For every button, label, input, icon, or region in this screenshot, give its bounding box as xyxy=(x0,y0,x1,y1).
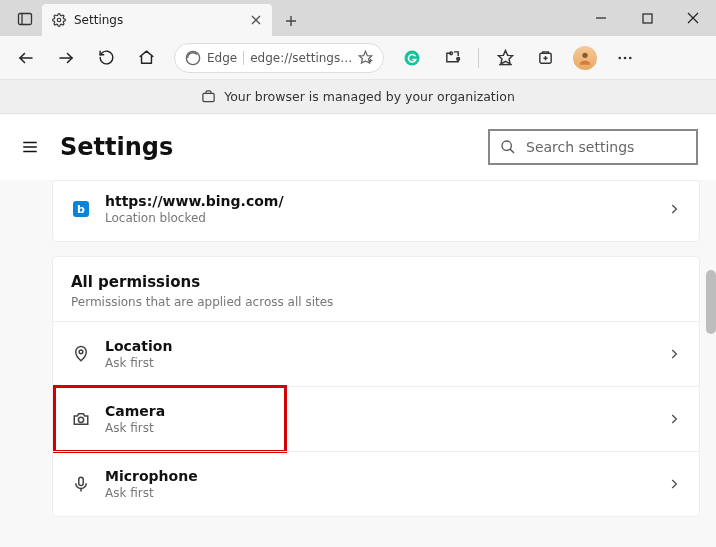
address-separator xyxy=(243,51,244,65)
permission-subtitle: Ask first xyxy=(105,356,172,370)
svg-point-11 xyxy=(405,50,420,65)
edge-logo-icon xyxy=(185,50,201,66)
close-window-button[interactable] xyxy=(670,0,716,36)
svg-line-28 xyxy=(510,149,514,153)
toolbar-separator xyxy=(478,48,479,68)
permission-subtitle: Ask first xyxy=(105,486,198,500)
tab-title: Settings xyxy=(74,13,240,27)
browser-tab[interactable]: Settings xyxy=(42,4,272,36)
managed-text: Your browser is managed by your organiza… xyxy=(224,89,515,104)
permission-subtitle: Ask first xyxy=(105,421,165,435)
svg-point-29 xyxy=(79,350,83,354)
svg-marker-14 xyxy=(498,50,512,63)
menu-button[interactable] xyxy=(18,135,42,159)
permission-title: Location xyxy=(105,338,172,354)
chevron-right-icon xyxy=(667,477,681,491)
page-title: Settings xyxy=(60,133,173,161)
more-button[interactable] xyxy=(607,40,643,76)
new-tab-button[interactable] xyxy=(276,6,306,36)
search-placeholder: Search settings xyxy=(526,139,634,155)
microphone-icon xyxy=(71,474,91,494)
location-icon xyxy=(71,344,91,364)
refresh-button[interactable] xyxy=(88,40,124,76)
chevron-right-icon xyxy=(667,412,681,426)
briefcase-icon xyxy=(201,89,216,104)
svg-point-20 xyxy=(619,56,622,59)
all-permissions-subtitle: Permissions that are applied across all … xyxy=(71,295,681,309)
home-button[interactable] xyxy=(128,40,164,76)
collections-button[interactable] xyxy=(527,40,563,76)
gear-icon xyxy=(52,13,66,27)
forward-button[interactable] xyxy=(48,40,84,76)
svg-point-22 xyxy=(629,56,632,59)
address-url: edge://settings… xyxy=(250,51,352,65)
search-icon xyxy=(500,139,516,155)
extensions-button[interactable] xyxy=(434,40,470,76)
favorites-button[interactable] xyxy=(487,40,523,76)
bing-icon: b xyxy=(71,199,91,219)
svg-point-2 xyxy=(57,18,61,22)
profile-button[interactable] xyxy=(567,40,603,76)
maximize-button[interactable] xyxy=(624,0,670,36)
svg-rect-31 xyxy=(79,477,84,485)
address-engine-label: Edge xyxy=(207,51,237,65)
permission-row-microphone[interactable]: Microphone Ask first xyxy=(53,451,699,516)
chevron-right-icon xyxy=(667,347,681,361)
address-bar[interactable]: Edge edge://settings… xyxy=(174,43,384,73)
svg-point-21 xyxy=(624,56,627,59)
favorite-star-icon[interactable] xyxy=(358,50,373,65)
search-settings-input[interactable]: Search settings xyxy=(488,129,698,165)
svg-rect-4 xyxy=(643,14,652,23)
recent-activity-row[interactable]: b https://www.bing.com/ Location blocked xyxy=(53,181,699,241)
extension-grammarly-icon[interactable] xyxy=(394,40,430,76)
permission-row-camera[interactable]: Camera Ask first xyxy=(53,386,699,451)
close-tab-button[interactable] xyxy=(248,12,264,28)
tab-actions-button[interactable] xyxy=(8,2,42,36)
permission-row-location[interactable]: Location Ask first xyxy=(53,321,699,386)
permission-title: Microphone xyxy=(105,468,198,484)
permission-title: Camera xyxy=(105,403,165,419)
svg-point-30 xyxy=(78,417,83,422)
camera-icon xyxy=(71,409,91,429)
scrollbar-thumb[interactable] xyxy=(706,270,716,334)
svg-rect-0 xyxy=(19,14,32,25)
back-button[interactable] xyxy=(8,40,44,76)
svg-rect-23 xyxy=(203,93,214,101)
minimize-button[interactable] xyxy=(578,0,624,36)
managed-banner: Your browser is managed by your organiza… xyxy=(0,80,716,114)
chevron-right-icon xyxy=(667,202,681,216)
recent-site-url: https://www.bing.com/ xyxy=(105,193,284,209)
svg-point-27 xyxy=(502,141,511,150)
svg-point-19 xyxy=(583,52,588,57)
all-permissions-title: All permissions xyxy=(71,273,681,291)
recent-site-detail: Location blocked xyxy=(105,211,284,225)
settings-content: b https://www.bing.com/ Location blocked… xyxy=(0,180,716,547)
